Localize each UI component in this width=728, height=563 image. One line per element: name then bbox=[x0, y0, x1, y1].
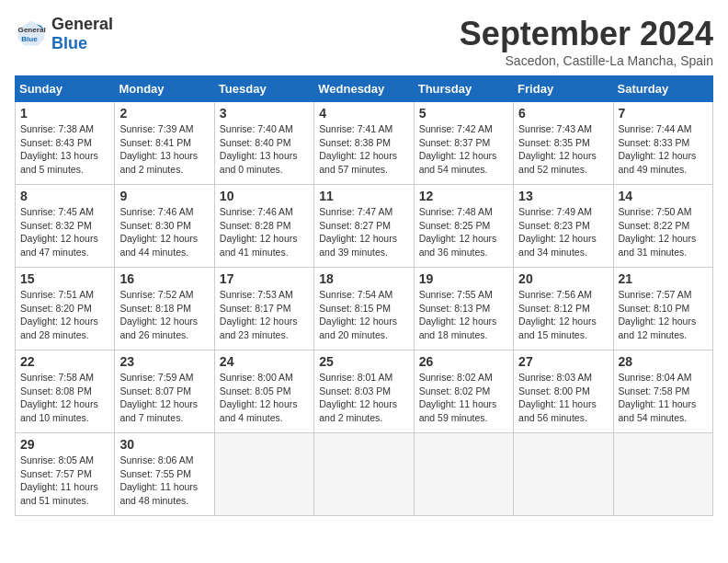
day-cell-9: 9Sunrise: 7:46 AM Sunset: 8:30 PM Daylig… bbox=[115, 185, 214, 268]
day-number: 6 bbox=[518, 106, 608, 121]
day-cell-8: 8Sunrise: 7:45 AM Sunset: 8:32 PM Daylig… bbox=[16, 185, 115, 268]
day-number: 30 bbox=[119, 437, 209, 452]
day-number: 3 bbox=[220, 106, 309, 121]
title-block: September 2024 Sacedon, Castille-La Manc… bbox=[460, 15, 713, 68]
day-info: Sunrise: 8:04 AM Sunset: 7:58 PM Dayligh… bbox=[619, 371, 708, 425]
day-cell-30: 30Sunrise: 8:06 AM Sunset: 7:55 PM Dayli… bbox=[115, 433, 214, 516]
calendar-week-3: 15Sunrise: 7:51 AM Sunset: 8:20 PM Dayli… bbox=[16, 268, 713, 350]
weekday-header-thursday: Thursday bbox=[414, 76, 513, 102]
day-number: 1 bbox=[20, 106, 109, 121]
day-number: 14 bbox=[619, 189, 708, 203]
weekday-header-sunday: Sunday bbox=[16, 76, 115, 102]
weekday-header-row: SundayMondayTuesdayWednesdayThursdayFrid… bbox=[16, 76, 713, 102]
day-number: 22 bbox=[20, 354, 109, 369]
day-number: 13 bbox=[518, 189, 608, 203]
day-info: Sunrise: 7:55 AM Sunset: 8:13 PM Dayligh… bbox=[419, 288, 508, 342]
day-cell-2: 2Sunrise: 7:39 AM Sunset: 8:41 PM Daylig… bbox=[115, 102, 214, 185]
day-info: Sunrise: 7:38 AM Sunset: 8:43 PM Dayligh… bbox=[20, 122, 109, 177]
weekday-header-monday: Monday bbox=[115, 76, 214, 102]
logo: General Blue General Blue bbox=[15, 15, 113, 52]
day-cell-16: 16Sunrise: 7:52 AM Sunset: 8:18 PM Dayli… bbox=[115, 268, 214, 350]
calendar-week-4: 22Sunrise: 7:58 AM Sunset: 8:08 PM Dayli… bbox=[16, 350, 713, 433]
logo-blue: Blue bbox=[51, 34, 113, 53]
day-number: 9 bbox=[119, 189, 209, 203]
day-cell-13: 13Sunrise: 7:49 AM Sunset: 8:23 PM Dayli… bbox=[514, 185, 613, 268]
weekday-header-friday: Friday bbox=[514, 76, 613, 102]
weekday-header-tuesday: Tuesday bbox=[214, 76, 313, 102]
day-number: 15 bbox=[20, 271, 109, 286]
day-info: Sunrise: 8:01 AM Sunset: 8:03 PM Dayligh… bbox=[319, 371, 408, 425]
day-cell-14: 14Sunrise: 7:50 AM Sunset: 8:22 PM Dayli… bbox=[613, 185, 712, 268]
day-info: Sunrise: 7:39 AM Sunset: 8:41 PM Dayligh… bbox=[119, 122, 209, 177]
day-cell-22: 22Sunrise: 7:58 AM Sunset: 8:08 PM Dayli… bbox=[16, 350, 115, 433]
day-info: Sunrise: 7:51 AM Sunset: 8:20 PM Dayligh… bbox=[20, 288, 109, 342]
day-cell-28: 28Sunrise: 8:04 AM Sunset: 7:58 PM Dayli… bbox=[613, 350, 712, 433]
calendar-header: SundayMondayTuesdayWednesdayThursdayFrid… bbox=[16, 76, 713, 102]
day-cell-4: 4Sunrise: 7:41 AM Sunset: 8:38 PM Daylig… bbox=[314, 102, 414, 185]
logo-general: General bbox=[51, 15, 113, 34]
day-info: Sunrise: 7:58 AM Sunset: 8:08 PM Dayligh… bbox=[20, 371, 109, 425]
day-info: Sunrise: 7:49 AM Sunset: 8:23 PM Dayligh… bbox=[518, 205, 608, 259]
day-info: Sunrise: 7:57 AM Sunset: 8:10 PM Dayligh… bbox=[619, 288, 708, 342]
day-info: Sunrise: 8:03 AM Sunset: 8:00 PM Dayligh… bbox=[518, 371, 608, 425]
day-cell-11: 11Sunrise: 7:47 AM Sunset: 8:27 PM Dayli… bbox=[314, 185, 414, 268]
day-cell-7: 7Sunrise: 7:44 AM Sunset: 8:33 PM Daylig… bbox=[613, 102, 712, 185]
day-cell-29: 29Sunrise: 8:05 AM Sunset: 7:57 PM Dayli… bbox=[16, 433, 115, 516]
day-cell-1: 1Sunrise: 7:38 AM Sunset: 8:43 PM Daylig… bbox=[16, 102, 115, 185]
day-number: 7 bbox=[619, 106, 708, 121]
empty-cell bbox=[514, 433, 613, 516]
day-number: 20 bbox=[518, 271, 608, 286]
day-number: 29 bbox=[20, 437, 109, 452]
calendar-table: SundayMondayTuesdayWednesdayThursdayFrid… bbox=[15, 75, 713, 516]
day-number: 17 bbox=[220, 271, 309, 286]
day-info: Sunrise: 7:48 AM Sunset: 8:25 PM Dayligh… bbox=[419, 205, 508, 259]
day-info: Sunrise: 7:53 AM Sunset: 8:17 PM Dayligh… bbox=[220, 288, 309, 342]
empty-cell bbox=[613, 433, 712, 516]
day-info: Sunrise: 7:54 AM Sunset: 8:15 PM Dayligh… bbox=[319, 288, 408, 342]
day-number: 11 bbox=[319, 189, 408, 203]
day-number: 24 bbox=[220, 354, 309, 369]
day-cell-27: 27Sunrise: 8:03 AM Sunset: 8:00 PM Dayli… bbox=[514, 350, 613, 433]
day-info: Sunrise: 7:45 AM Sunset: 8:32 PM Dayligh… bbox=[20, 205, 109, 259]
day-cell-19: 19Sunrise: 7:55 AM Sunset: 8:13 PM Dayli… bbox=[414, 268, 513, 350]
day-cell-26: 26Sunrise: 8:02 AM Sunset: 8:02 PM Dayli… bbox=[414, 350, 513, 433]
day-cell-3: 3Sunrise: 7:40 AM Sunset: 8:40 PM Daylig… bbox=[214, 102, 313, 185]
day-cell-5: 5Sunrise: 7:42 AM Sunset: 8:37 PM Daylig… bbox=[414, 102, 513, 185]
day-number: 28 bbox=[619, 354, 708, 369]
day-number: 21 bbox=[619, 271, 708, 286]
day-cell-18: 18Sunrise: 7:54 AM Sunset: 8:15 PM Dayli… bbox=[314, 268, 414, 350]
day-number: 23 bbox=[119, 354, 209, 369]
day-cell-6: 6Sunrise: 7:43 AM Sunset: 8:35 PM Daylig… bbox=[514, 102, 613, 185]
day-cell-23: 23Sunrise: 7:59 AM Sunset: 8:07 PM Dayli… bbox=[115, 350, 214, 433]
location-subtitle: Sacedon, Castille-La Mancha, Spain bbox=[460, 53, 713, 68]
day-cell-10: 10Sunrise: 7:46 AM Sunset: 8:28 PM Dayli… bbox=[214, 185, 313, 268]
day-number: 26 bbox=[419, 354, 508, 369]
logo-icon: General Blue bbox=[15, 17, 48, 51]
day-cell-21: 21Sunrise: 7:57 AM Sunset: 8:10 PM Dayli… bbox=[613, 268, 712, 350]
day-cell-12: 12Sunrise: 7:48 AM Sunset: 8:25 PM Dayli… bbox=[414, 185, 513, 268]
day-number: 4 bbox=[319, 106, 408, 121]
calendar-week-5: 29Sunrise: 8:05 AM Sunset: 7:57 PM Dayli… bbox=[16, 433, 713, 516]
calendar-week-2: 8Sunrise: 7:45 AM Sunset: 8:32 PM Daylig… bbox=[16, 185, 713, 268]
day-cell-20: 20Sunrise: 7:56 AM Sunset: 8:12 PM Dayli… bbox=[514, 268, 613, 350]
day-info: Sunrise: 7:47 AM Sunset: 8:27 PM Dayligh… bbox=[319, 205, 408, 259]
day-cell-15: 15Sunrise: 7:51 AM Sunset: 8:20 PM Dayli… bbox=[16, 268, 115, 350]
day-number: 5 bbox=[419, 106, 508, 121]
day-info: Sunrise: 8:05 AM Sunset: 7:57 PM Dayligh… bbox=[20, 454, 109, 508]
empty-cell bbox=[414, 433, 513, 516]
day-info: Sunrise: 7:46 AM Sunset: 8:30 PM Dayligh… bbox=[119, 205, 209, 259]
day-cell-17: 17Sunrise: 7:53 AM Sunset: 8:17 PM Dayli… bbox=[214, 268, 313, 350]
day-number: 8 bbox=[20, 189, 109, 203]
calendar-body: 1Sunrise: 7:38 AM Sunset: 8:43 PM Daylig… bbox=[16, 102, 713, 516]
day-info: Sunrise: 7:52 AM Sunset: 8:18 PM Dayligh… bbox=[119, 288, 209, 342]
day-info: Sunrise: 7:46 AM Sunset: 8:28 PM Dayligh… bbox=[220, 205, 309, 259]
day-number: 19 bbox=[419, 271, 508, 286]
day-number: 12 bbox=[419, 189, 508, 203]
calendar-week-1: 1Sunrise: 7:38 AM Sunset: 8:43 PM Daylig… bbox=[16, 102, 713, 185]
empty-cell bbox=[214, 433, 313, 516]
day-info: Sunrise: 8:00 AM Sunset: 8:05 PM Dayligh… bbox=[220, 371, 309, 425]
day-cell-24: 24Sunrise: 8:00 AM Sunset: 8:05 PM Dayli… bbox=[214, 350, 313, 433]
day-info: Sunrise: 7:59 AM Sunset: 8:07 PM Dayligh… bbox=[119, 371, 209, 425]
weekday-header-wednesday: Wednesday bbox=[314, 76, 414, 102]
day-number: 2 bbox=[119, 106, 209, 121]
